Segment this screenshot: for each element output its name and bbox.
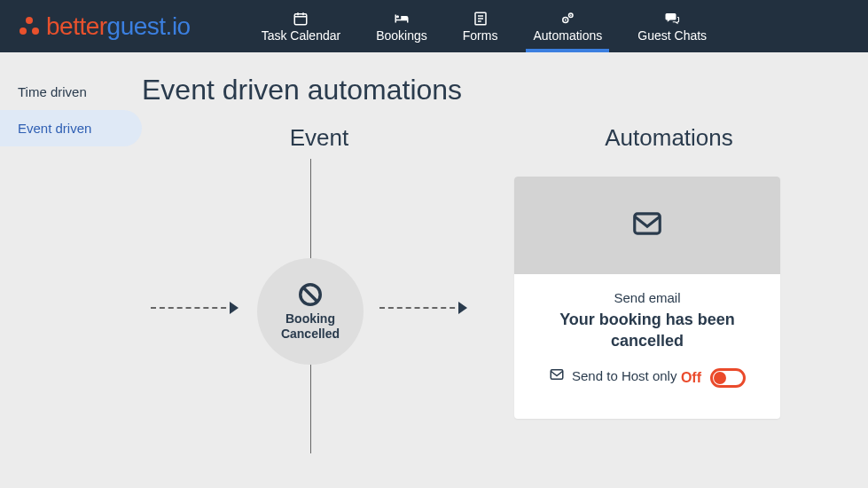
- svg-point-1: [20, 28, 27, 35]
- nav-bookings[interactable]: Bookings: [358, 0, 445, 52]
- svg-line-16: [304, 287, 317, 301]
- svg-rect-17: [635, 214, 661, 233]
- nav-automations[interactable]: Automations: [515, 0, 620, 52]
- nav-label: Bookings: [376, 28, 427, 43]
- nav-label: Guest Chats: [637, 28, 707, 43]
- nav-task-calendar[interactable]: Task Calendar: [244, 0, 359, 52]
- sidebar-item-label: Event driven: [18, 121, 91, 136]
- ban-icon: [297, 281, 324, 308]
- chat-icon: [663, 11, 681, 27]
- page-title: Event driven automations: [142, 74, 841, 106]
- event-flow-area: Booking Cancelled: [142, 169, 497, 453]
- nav-label: Task Calendar: [262, 28, 341, 43]
- flow-arrow-out: [379, 307, 464, 309]
- sidebar-item-event-driven[interactable]: Event driven: [0, 110, 142, 146]
- nav-forms[interactable]: Forms: [445, 0, 516, 52]
- logo-icon: [18, 15, 41, 38]
- automation-card[interactable]: Send email Your booking has been cancell…: [514, 177, 780, 419]
- calendar-icon: [293, 11, 309, 27]
- automation-card-header: [514, 177, 780, 274]
- column-header-automations: Automations: [497, 124, 841, 152]
- automation-action: Send email: [534, 290, 761, 305]
- envelope-icon: [630, 207, 664, 244]
- gears-icon: [559, 11, 576, 27]
- logo-part3: .io: [166, 12, 191, 41]
- svg-point-12: [565, 19, 567, 20]
- sidebar-item-label: Time driven: [18, 84, 87, 99]
- sidebar: Time driven Event driven: [0, 52, 142, 488]
- logo-part2: guest: [107, 12, 166, 41]
- column-header-event: Event: [142, 124, 497, 152]
- logo-part1: better: [46, 12, 107, 41]
- svg-point-14: [570, 14, 572, 16]
- bed-icon: [393, 11, 411, 27]
- svg-point-0: [26, 17, 33, 24]
- envelope-icon: [549, 366, 565, 385]
- automation-recipient-label: Send to Host only: [572, 368, 676, 383]
- svg-rect-3: [295, 13, 308, 24]
- toggle-state-label: Off: [681, 370, 701, 386]
- automation-recipient: Send to Host only: [549, 366, 676, 385]
- event-node-booking-cancelled[interactable]: Booking Cancelled: [257, 258, 364, 365]
- nav-label: Forms: [463, 28, 498, 43]
- nav-guest-chats[interactable]: Guest Chats: [620, 0, 724, 52]
- nav-label: Automations: [533, 28, 602, 43]
- form-icon: [473, 11, 489, 27]
- automation-title: Your booking has been cancelled: [534, 309, 761, 352]
- event-label: Booking Cancelled: [281, 311, 340, 342]
- sidebar-item-time-driven[interactable]: Time driven: [0, 74, 142, 110]
- svg-point-2: [32, 28, 39, 35]
- brand-logo[interactable]: betterguest.io: [18, 12, 191, 41]
- svg-rect-18: [551, 369, 563, 379]
- flow-arrow-in: [151, 307, 235, 309]
- automation-toggle[interactable]: [710, 368, 746, 388]
